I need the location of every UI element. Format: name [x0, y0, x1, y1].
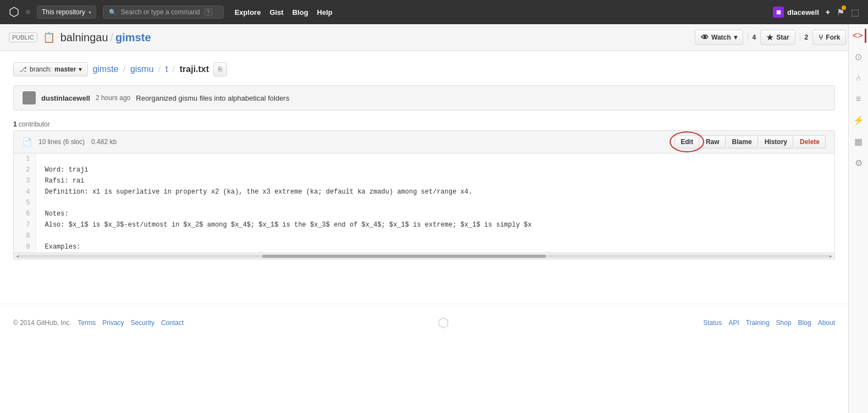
line-code: Word: traji: [36, 164, 834, 175]
footer-github-logo: ⬡: [438, 315, 449, 330]
user-menu[interactable]: ▦ dlacewell: [773, 7, 819, 18]
nav-blog[interactable]: Blog: [292, 8, 308, 16]
breadcrumb-sep-3: /: [173, 64, 175, 74]
footer-right: Status API Training Shop Blog About: [703, 319, 835, 327]
breadcrumb-t-link[interactable]: t: [165, 64, 168, 74]
horizontal-scrollbar[interactable]: ◂ ▸: [14, 252, 834, 259]
scrollbar-track[interactable]: [19, 255, 830, 258]
search-box[interactable]: 🔍 Search or type a command ?: [103, 5, 224, 19]
file-size-meta: 0.482 kb: [91, 138, 117, 146]
scroll-right-icon[interactable]: ▸: [830, 253, 832, 259]
watch-icon: 👁: [701, 33, 709, 42]
scrollbar-thumb[interactable]: [262, 255, 546, 258]
nav-help[interactable]: Help: [317, 8, 333, 16]
star-count: 2: [800, 34, 809, 41]
footer-api-link[interactable]: API: [728, 319, 739, 327]
username: dlacewell: [787, 8, 819, 16]
line-number: 2: [14, 164, 36, 175]
commit-message: Reorganized gismu files into alphabetica…: [136, 94, 289, 102]
line-code: Definition: x1 is superlative in propert…: [36, 186, 834, 197]
line-number: 8: [14, 230, 36, 241]
file-header: 📄 10 lines (6 sloc) 0.482 kb Edit Raw Bl…: [13, 130, 835, 153]
branch-select-icon: ⎇: [19, 65, 27, 73]
line-code: Notes:: [36, 208, 834, 219]
file-nav: ⎇ branch: master ▾ gimste / gismu / t / …: [13, 62, 835, 76]
repo-book-icon: 📋: [43, 31, 55, 43]
sidebar-pulse-icon[interactable]: ⚡: [851, 113, 866, 128]
breadcrumb-gismu-link[interactable]: gismu: [130, 64, 154, 74]
create-plus-button[interactable]: +: [826, 8, 830, 16]
edit-button[interactable]: Edit: [675, 135, 699, 148]
sidebar-graph-icon[interactable]: ▦: [852, 134, 865, 149]
user-avatar: ▦: [773, 7, 784, 18]
watch-chevron-icon: ▾: [734, 34, 737, 41]
footer-terms-link[interactable]: Terms: [78, 319, 96, 327]
search-placeholder: Search or type a command: [121, 8, 200, 16]
chevron-down-icon: ▾: [89, 9, 91, 15]
footer-copyright: © 2014 GitHub, Inc.: [13, 319, 71, 327]
breadcrumb-current-file: traji.txt: [180, 64, 209, 74]
footer-security-link[interactable]: Security: [131, 319, 154, 327]
footer-contact-link[interactable]: Contact: [161, 319, 184, 327]
star-button[interactable]: ★ Star: [760, 30, 795, 45]
star-icon: ★: [766, 33, 773, 42]
table-row: 3Rafsi: rai: [14, 175, 834, 186]
search-icon: 🔍: [109, 9, 117, 16]
sidebar-branch-icon[interactable]: ⑃: [854, 71, 864, 85]
footer-shop-link[interactable]: Shop: [776, 319, 792, 327]
commit-author-avatar: [23, 91, 36, 104]
footer-privacy-link[interactable]: Privacy: [102, 319, 124, 327]
repo-selector[interactable]: This repository ▾: [37, 5, 96, 19]
footer-about-link[interactable]: About: [818, 319, 835, 327]
branch-label: branch:: [30, 65, 52, 73]
page-footer: © 2014 GitHub, Inc. Terms Privacy Securi…: [0, 304, 848, 342]
table-row: 4Definition: x1 is superlative in proper…: [14, 186, 834, 197]
settings-button[interactable]: ⬚: [851, 7, 859, 18]
repo-selector-label: This repository: [42, 8, 85, 16]
repo-name-link[interactable]: gimste: [115, 31, 151, 43]
file-actions: Edit Raw Blame History Delete: [675, 135, 826, 148]
nav-explore[interactable]: Explore: [235, 8, 261, 16]
breadcrumb: gimste / gismu / t / traji.txt: [92, 64, 209, 74]
contributor-count: 1: [13, 120, 17, 128]
table-row: 2Word: traji: [14, 164, 834, 175]
footer-status-link[interactable]: Status: [703, 319, 722, 327]
table-row: 1: [14, 153, 834, 164]
breadcrumb-sep-2: /: [158, 64, 161, 74]
footer-training-link[interactable]: Training: [746, 319, 770, 327]
header-dot: [26, 10, 30, 14]
fork-button[interactable]: ⑂ Fork: [812, 30, 846, 45]
notifications-button[interactable]: ⚑: [837, 7, 844, 18]
alert-badge: [842, 5, 846, 10]
line-number: 7: [14, 219, 36, 230]
sidebar-clock-icon[interactable]: ⊙: [853, 49, 864, 64]
footer-blog-link[interactable]: Blog: [798, 319, 811, 327]
watch-button[interactable]: 👁 Watch ▾: [695, 30, 743, 45]
delete-button[interactable]: Delete: [794, 135, 826, 148]
branch-chevron-icon: ▾: [79, 65, 82, 73]
contributor-label: contributor: [19, 120, 50, 128]
line-number: 1: [14, 153, 36, 164]
blame-button[interactable]: Blame: [727, 135, 758, 148]
sidebar-book-icon[interactable]: ≡: [854, 92, 863, 106]
branch-selector[interactable]: ⎇ branch: master ▾: [13, 62, 88, 76]
table-row: 5: [14, 197, 834, 208]
star-label: Star: [776, 34, 789, 41]
repo-owner-link[interactable]: balningau: [60, 31, 108, 43]
repo-sub-header: PUBLIC 📋 balningau/gimste 👁 Watch ▾ 4 ★ …: [0, 24, 868, 51]
nav-gist[interactable]: Gist: [269, 8, 283, 16]
commit-info: dustinlacewell 2 hours ago Reorganized g…: [13, 85, 835, 111]
visibility-badge: PUBLIC: [9, 32, 37, 42]
history-button[interactable]: History: [759, 135, 793, 148]
copy-path-button[interactable]: ⎘: [213, 62, 227, 76]
sidebar-code-icon[interactable]: <>: [850, 29, 867, 43]
commit-time: 2 hours ago: [96, 94, 130, 102]
line-code: Also: $x_1$ is $x_3$-est/utmost in $x_2$…: [36, 219, 834, 230]
sidebar-settings-icon[interactable]: ⚙: [853, 156, 865, 170]
line-number: 3: [14, 175, 36, 186]
footer-center: ⬡: [438, 315, 449, 331]
raw-button[interactable]: Raw: [700, 135, 726, 148]
line-number: 6: [14, 208, 36, 219]
fork-label: Fork: [826, 34, 840, 41]
breadcrumb-repo-link[interactable]: gimste: [92, 64, 118, 74]
